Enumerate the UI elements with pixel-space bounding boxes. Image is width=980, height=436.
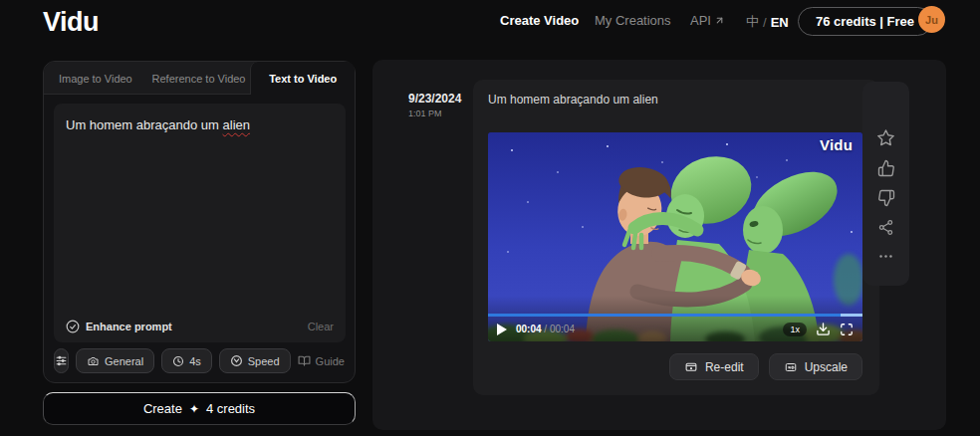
speed-mode-label: Speed bbox=[248, 355, 280, 367]
time-separator: / bbox=[544, 324, 547, 334]
navbar: Vidu Create Video My Creations API 中 / E… bbox=[0, 0, 980, 50]
generation-panel: Image to Video Reference to Video Text t… bbox=[43, 61, 356, 383]
create-button[interactable]: Create ✦ 4 credits bbox=[43, 392, 356, 425]
creation-date: 9/23/2024 bbox=[408, 92, 461, 106]
gauge-icon bbox=[230, 354, 243, 367]
download-icon[interactable] bbox=[816, 322, 831, 336]
tab-reference-to-video[interactable]: Reference to Video bbox=[147, 62, 251, 95]
language-toggle[interactable]: 中 / EN bbox=[746, 13, 789, 31]
create-button-cost: 4 credits bbox=[206, 401, 255, 416]
nav-create-video[interactable]: Create Video bbox=[500, 13, 579, 28]
style-general-button[interactable]: General bbox=[76, 348, 154, 373]
tab-text-to-video[interactable]: Text to Video bbox=[250, 62, 355, 95]
enhance-prompt-toggle[interactable]: Enhance prompt bbox=[66, 320, 172, 333]
check-circle-icon bbox=[66, 320, 80, 333]
re-edit-button[interactable]: Re-edit bbox=[669, 353, 759, 380]
fullscreen-icon[interactable] bbox=[840, 323, 854, 336]
style-general-label: General bbox=[105, 355, 143, 367]
creation-timestamp: 9/23/2024 1:01 PM bbox=[408, 92, 461, 118]
current-time: 00:04 bbox=[516, 324, 542, 334]
duration-button[interactable]: 4s bbox=[161, 348, 212, 373]
share-icon[interactable] bbox=[877, 219, 894, 236]
clock-icon bbox=[172, 355, 184, 367]
creation-time: 1:01 PM bbox=[408, 109, 461, 118]
guide-label: Guide bbox=[316, 355, 345, 367]
re-edit-icon bbox=[684, 360, 698, 373]
camera-icon bbox=[87, 355, 100, 367]
mode-tabbar: Image to Video Reference to Video Text t… bbox=[44, 62, 355, 95]
tab-image-to-video[interactable]: Image to Video bbox=[44, 62, 147, 95]
language-en[interactable]: EN bbox=[771, 15, 789, 30]
nav-api-label: API bbox=[690, 13, 711, 28]
creation-title: Um homem abraçando um alien bbox=[488, 93, 658, 107]
language-separator: / bbox=[763, 15, 767, 30]
create-button-label: Create bbox=[143, 401, 182, 416]
playback-speed-button[interactable]: 1x bbox=[783, 323, 807, 336]
options-row: General 4s Speed Guide bbox=[54, 348, 344, 373]
enhance-prompt-label: Enhance prompt bbox=[86, 321, 172, 332]
re-edit-label: Re-edit bbox=[705, 360, 744, 374]
book-icon bbox=[298, 354, 311, 367]
sparkle-icon: ✦ bbox=[189, 402, 199, 416]
vidu-logo[interactable]: Vidu bbox=[43, 7, 99, 38]
language-zh[interactable]: 中 bbox=[746, 13, 759, 31]
video-controls: 00:04 / 00:04 1x bbox=[488, 317, 862, 341]
credits-button[interactable]: 76 credits | Free bbox=[798, 7, 932, 36]
creations-panel: 9/23/2024 1:01 PM Um homem abraçando um … bbox=[372, 60, 946, 430]
creation-actions-strip bbox=[862, 82, 909, 286]
sliders-icon bbox=[55, 354, 68, 367]
thumbs-up-icon[interactable] bbox=[877, 159, 895, 177]
upscale-icon bbox=[784, 361, 798, 373]
video-time: 00:04 / 00:04 bbox=[516, 324, 575, 334]
nav-api[interactable]: API bbox=[690, 13, 725, 28]
total-time: 00:04 bbox=[550, 324, 575, 334]
nav-my-creations[interactable]: My Creations bbox=[595, 13, 671, 28]
upscale-label: Upscale bbox=[805, 360, 848, 374]
duration-label: 4s bbox=[189, 355, 201, 367]
clear-button[interactable]: Clear bbox=[308, 321, 334, 332]
speed-mode-button[interactable]: Speed bbox=[219, 348, 291, 373]
prompt-footer: Enhance prompt Clear bbox=[66, 320, 334, 333]
prompt-flagged-word: alien bbox=[223, 117, 250, 132]
vidu-watermark: Vidu bbox=[820, 136, 853, 153]
upscale-button[interactable]: Upscale bbox=[769, 353, 862, 380]
play-button[interactable] bbox=[497, 324, 507, 335]
user-avatar[interactable]: Ju bbox=[918, 6, 945, 33]
prompt-input[interactable]: Um homem abraçando um alien Enhance prom… bbox=[54, 104, 346, 342]
more-options-icon[interactable] bbox=[877, 248, 894, 265]
external-link-arrow-icon bbox=[714, 15, 725, 26]
thumbs-down-icon[interactable] bbox=[877, 189, 895, 207]
card-actions: Re-edit Upscale bbox=[669, 353, 862, 380]
advanced-settings-button[interactable] bbox=[54, 348, 69, 373]
prompt-text: Um homem abraçando um alien bbox=[66, 116, 334, 135]
video-player[interactable]: Vidu 00:04 / 00:04 1x bbox=[488, 132, 862, 341]
guide-link[interactable]: Guide bbox=[298, 354, 345, 367]
favorite-star-icon[interactable] bbox=[876, 128, 895, 147]
creation-card: Um homem abraçando um alien bbox=[473, 80, 879, 395]
